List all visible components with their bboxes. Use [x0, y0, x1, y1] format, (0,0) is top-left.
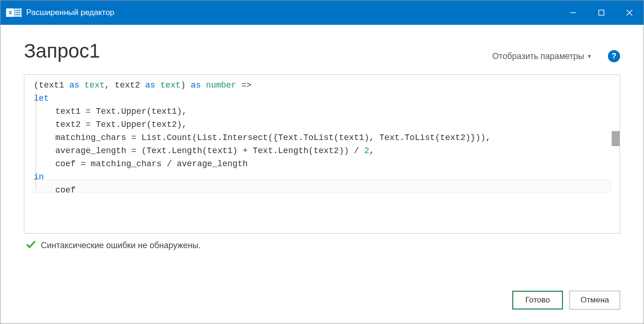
status-row: Синтаксические ошибки не обнаружены. — [24, 234, 620, 251]
maximize-button[interactable] — [587, 0, 615, 25]
content-header: Запрос1 Отобразить параметры ▼ ? — [24, 40, 620, 62]
scrollbar-thumb[interactable] — [612, 131, 620, 146]
cancel-button[interactable]: Отмена — [569, 291, 620, 309]
content-area: Запрос1 Отобразить параметры ▼ ? (text1 … — [0, 25, 644, 324]
done-button[interactable]: Готово — [512, 291, 563, 309]
checkmark-icon — [26, 239, 36, 251]
display-parameters-label: Отобразить параметры — [492, 52, 584, 61]
excel-x-badge: X — [6, 8, 15, 17]
window-controls — [559, 0, 644, 25]
svg-rect-7 — [599, 10, 604, 15]
advanced-editor-window: X Расширенный редактор Запрос1 Отобразит… — [0, 0, 644, 324]
dialog-buttons: Готово Отмена — [24, 291, 620, 309]
query-title: Запрос1 — [24, 40, 100, 62]
syntax-status-text: Синтаксические ошибки не обнаружены. — [41, 241, 201, 250]
close-button[interactable] — [615, 0, 644, 25]
window-title: Расширенный редактор — [26, 8, 114, 17]
sheet-icon — [15, 8, 22, 17]
minimize-button[interactable] — [559, 0, 587, 25]
chevron-down-icon: ▼ — [587, 53, 592, 59]
help-icon[interactable]: ? — [608, 50, 620, 62]
titlebar: X Расширенный редактор — [0, 0, 644, 25]
code-editor[interactable]: (text1 as text, text2 as text) as number… — [24, 74, 620, 234]
excel-app-icon: X — [6, 8, 22, 17]
display-parameters-dropdown[interactable]: Отобразить параметры ▼ — [492, 52, 592, 61]
scrollbar[interactable] — [612, 75, 620, 233]
